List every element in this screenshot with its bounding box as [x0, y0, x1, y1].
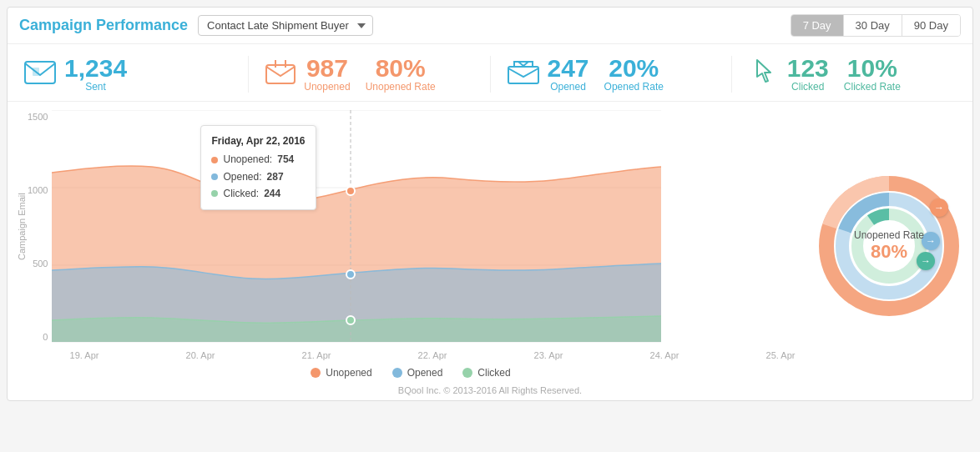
svg-point-11 [346, 187, 355, 195]
area-chart [52, 110, 661, 344]
tooltip-clicked-line: Clicked: 244 [211, 185, 305, 202]
unopened-rate-item: 80% Unopened Rate [366, 56, 436, 93]
y-label-1000: 1000 [28, 185, 48, 195]
svg-rect-1 [33, 68, 39, 76]
clicked-count-item: 123 Clicked [787, 56, 829, 93]
tooltip-opened-dot [211, 173, 218, 180]
opened-pair: 247 Opened 20% Opened Rate [548, 56, 664, 93]
7-day-button[interactable]: 7 Day [791, 15, 844, 36]
donut-center-label: Unopened Rate 80% [854, 229, 924, 263]
clicked-rate-item: 10% Clicked Rate [844, 56, 901, 93]
clicked-rate: 10% [847, 56, 897, 81]
chart-section: Campaign Email 1500 1000 500 0 [8, 102, 972, 382]
x-label-21apr: 21. Apr [291, 350, 341, 360]
x-label-22apr: 22. Apr [407, 350, 457, 360]
opened-count-item: 247 Opened [548, 56, 589, 93]
x-label-24apr: 24. Apr [639, 350, 690, 360]
legend-unopened: Unopened [311, 367, 371, 379]
x-label-20apr: 20. Apr [175, 350, 225, 360]
svg-rect-2 [266, 65, 295, 83]
tooltip-opened-label: Opened: [223, 168, 261, 185]
clicked-icon [749, 58, 779, 91]
tooltip-unopened-label: Unopened: [223, 151, 272, 168]
unopened-count-item: 987 Unopened [304, 56, 350, 93]
unopened-rate-label: Unopened Rate [366, 81, 436, 93]
tooltip-opened-line: Opened: 287 [211, 168, 305, 185]
legend-label-clicked: Clicked [477, 367, 510, 379]
tooltip-clicked-label: Clicked: [223, 185, 259, 202]
y-label-0: 0 [43, 332, 48, 342]
page-title: Campaign Performance [19, 17, 188, 34]
y-label-1500: 1500 [28, 112, 48, 122]
tooltip-clicked-value: 244 [264, 185, 280, 202]
unopened-label: Unopened [304, 81, 350, 93]
donut-chart-wrapper: → → → Unopened Rate 80% [814, 110, 964, 382]
donut-label-value: 80% [854, 241, 924, 263]
clicked-label: Clicked [791, 81, 824, 93]
x-label-23apr: 23. Apr [523, 350, 573, 360]
tooltip-opened-value: 287 [267, 168, 284, 185]
header: Campaign Performance Contact Late Shipme… [8, 8, 972, 44]
x-label-19apr: 19. Apr [59, 350, 109, 360]
tooltip-unopened-value: 754 [277, 151, 294, 168]
header-left: Campaign Performance Contact Late Shipme… [19, 15, 373, 36]
svg-rect-5 [508, 67, 538, 83]
unopened-stat-group: 987 Unopened 80% Unopened Rate [249, 56, 490, 93]
legend-dot-clicked [462, 368, 472, 378]
unopened-rate: 80% [376, 56, 426, 81]
30-day-button[interactable]: 30 Day [844, 15, 902, 36]
sent-icon [24, 59, 56, 90]
svg-point-13 [346, 316, 355, 324]
donut-arrow-1[interactable]: → [930, 198, 948, 217]
tooltip-clicked-dot [211, 190, 218, 197]
opened-rate-item: 20% Opened Rate [604, 56, 664, 93]
svg-point-12 [346, 270, 355, 279]
clicked-value: 123 [787, 56, 829, 81]
day-button-group: 7 Day 30 Day 90 Day [791, 14, 961, 37]
tooltip-unopened-dot [211, 157, 218, 163]
opened-icon [508, 59, 539, 90]
legend-dot-opened [392, 368, 402, 378]
donut-label-text: Unopened Rate [854, 229, 924, 241]
90-day-button[interactable]: 90 Day [902, 15, 960, 36]
chart-wrapper: Campaign Email 1500 1000 500 0 [16, 110, 806, 382]
clicked-rate-label: Clicked Rate [844, 81, 901, 93]
sent-label: Sent [85, 81, 106, 93]
footer-text: BQool Inc. © 2013-2016 All Rights Reserv… [398, 385, 582, 395]
donut-container: → → → Unopened Rate 80% [818, 175, 960, 317]
sent-stat: 1,234 Sent [64, 56, 127, 93]
clicked-pair: 123 Clicked 10% Clicked Rate [787, 56, 901, 93]
unopened-icon [265, 59, 296, 90]
legend-clicked: Clicked [462, 367, 510, 379]
donut-arrow-2[interactable]: → [922, 232, 940, 250]
opened-label: Opened [550, 81, 586, 93]
legend-label-unopened: Unopened [326, 367, 371, 379]
main-container: Campaign Performance Contact Late Shipme… [7, 7, 973, 401]
chart-legend: Unopened Opened Clicked [16, 362, 806, 382]
legend-opened: Opened [392, 367, 443, 379]
sent-value: 1,234 [64, 56, 127, 81]
x-label-25apr: 25. Apr [755, 350, 806, 360]
y-axis-title: Campaign Email [17, 193, 27, 260]
sent-stat-group: 1,234 Sent [8, 56, 249, 93]
unopened-value: 987 [306, 56, 348, 81]
footer: BQool Inc. © 2013-2016 All Rights Reserv… [8, 382, 972, 400]
opened-rate: 20% [609, 56, 659, 81]
opened-rate-label: Opened Rate [604, 81, 664, 93]
svg-rect-0 [25, 62, 55, 83]
legend-label-opened: Opened [407, 367, 443, 379]
campaign-select[interactable]: Contact Late Shipment Buyer [198, 15, 373, 36]
chart-tooltip: Friday, Apr 22, 2016 Unopened: 754 Opene… [200, 125, 316, 210]
tooltip-title: Friday, Apr 22, 2016 [211, 133, 305, 149]
legend-dot-unopened [311, 368, 321, 378]
unopened-pair: 987 Unopened 80% Unopened Rate [304, 56, 435, 93]
opened-value: 247 [548, 56, 589, 81]
tooltip-unopened-line: Unopened: 754 [211, 151, 305, 168]
clicked-stat-group: 123 Clicked 10% Clicked Rate [732, 56, 972, 93]
stats-row: 1,234 Sent 987 Unopened 80% [8, 44, 972, 102]
y-label-500: 500 [33, 259, 48, 269]
opened-stat-group: 247 Opened 20% Opened Rate [491, 56, 732, 93]
